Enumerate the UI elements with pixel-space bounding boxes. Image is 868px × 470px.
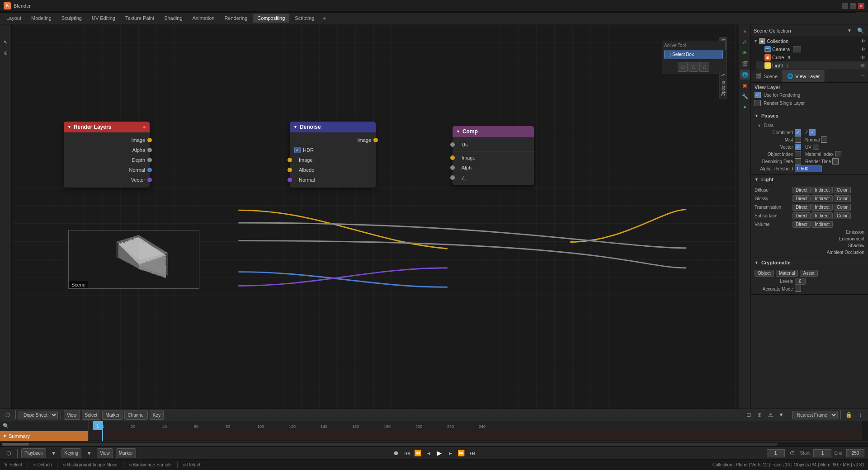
up-down-btn[interactable]: ↕ — [855, 410, 865, 420]
interpolation-select[interactable]: Nearest Frame — [792, 411, 838, 419]
next-keyframe-btn[interactable]: ▸ — [446, 449, 455, 458]
cube-visibility[interactable]: 👁 — [860, 55, 865, 60]
collapse-icon3[interactable]: ▼ — [456, 129, 460, 134]
subsurface-color-btn[interactable]: Color — [834, 212, 851, 219]
tab-sculpting[interactable]: Sculpting — [57, 14, 86, 23]
dope-select-btn[interactable]: Select — [82, 410, 101, 420]
outliner-item-collection[interactable]: ▼ ■ Collection 👁 — [751, 37, 868, 45]
volume-indirect-btn[interactable]: Indirect — [811, 221, 833, 228]
playback-arrow-btn[interactable]: ▼ — [49, 448, 59, 458]
filter-icon3[interactable]: ⚠ — [765, 410, 775, 420]
prev-frame-btn[interactable]: ⏪ — [413, 449, 422, 458]
tool-select-icon[interactable]: ↖ — [1, 37, 11, 47]
render-icon-world[interactable]: 🌐 — [740, 70, 750, 80]
outliner-item-light[interactable]: ☀ Light ↑ 👁 — [756, 61, 868, 70]
pb-view-btn[interactable]: View — [97, 448, 113, 458]
record-btn[interactable]: ⏺ — [392, 449, 401, 458]
diffuse-indirect-btn[interactable]: Indirect — [811, 187, 833, 193]
socket-output-image[interactable] — [147, 138, 152, 142]
summary-label[interactable]: ▼ Summary — [0, 431, 88, 441]
collapse-icon[interactable]: ▼ — [67, 125, 71, 129]
socket-denoise-output[interactable] — [373, 138, 378, 142]
glossy-color-btn[interactable]: Color — [834, 195, 851, 202]
collection-visibility[interactable]: 👁 — [860, 38, 865, 44]
socket-denoise-in-albedo[interactable] — [288, 168, 292, 172]
accurate-mode-check[interactable] — [795, 286, 801, 292]
filter-btn-dropdown[interactable]: ▼ — [776, 410, 786, 420]
select-box-btn[interactable]: ⬚ Select Box — [664, 50, 723, 59]
mist-check[interactable] — [795, 136, 801, 143]
collapse-icon2[interactable]: ▼ — [293, 125, 297, 129]
socket-output-depth[interactable] — [147, 158, 152, 162]
timeline-scrollbar-h[interactable] — [0, 441, 868, 446]
timeline-scrollbar-v[interactable] — [862, 421, 868, 441]
z-check[interactable]: ✓ — [809, 129, 816, 136]
render-icon-view[interactable]: 👁 — [740, 48, 750, 58]
socket-output-vector[interactable] — [147, 178, 152, 182]
expand-btn[interactable]: ↔ — [858, 70, 868, 80]
filter-btn[interactable]: ▼ — [844, 26, 854, 36]
diffuse-direct-btn[interactable]: Direct — [793, 187, 811, 193]
frame-icon-btn[interactable]: ⏱ — [788, 448, 797, 458]
glossy-direct-btn[interactable]: Direct — [793, 195, 811, 202]
node-denoise[interactable]: ▼ Denoise Image ✓ HD — [290, 122, 376, 188]
light-header[interactable]: ▼ Light — [751, 175, 868, 184]
uv-check[interactable] — [813, 144, 819, 150]
glossy-indirect-btn[interactable]: Indirect — [811, 195, 833, 202]
tool-cursor-icon[interactable]: ⊕ — [1, 48, 11, 58]
minimize-btn[interactable]: ─ — [842, 3, 848, 9]
node-editor[interactable]: Active Tool ⬚ Select Box ⬡ ⬡ ⬡ — [12, 24, 739, 409]
jump-start-btn[interactable]: ⏮ — [402, 449, 411, 458]
search-outliner-btn[interactable]: 🔍 — [855, 26, 865, 36]
tab-animation[interactable]: Animation — [188, 14, 219, 23]
render-icon-camera[interactable]: ● — [740, 26, 750, 36]
icon-grid-btn-3[interactable]: ⬡ — [699, 62, 709, 72]
editor-type-pb-btn[interactable]: ⬡ — [4, 448, 14, 458]
pb-marker-btn[interactable]: Marker — [116, 448, 136, 458]
outliner-item-camera[interactable]: 📷 Camera 👁 — [756, 45, 868, 53]
node-composite[interactable]: ▼ Comp Us Image — [453, 126, 534, 185]
play-btn[interactable]: ▶ — [435, 449, 444, 458]
tab-rendering[interactable]: Rendering — [220, 14, 252, 23]
outliner-item-cube[interactable]: ▣ Cube ⬆ 👁 — [756, 53, 868, 61]
dope-view-btn[interactable]: View — [64, 410, 80, 420]
close-btn[interactable]: ✕ — [858, 3, 864, 9]
socket-comp-z[interactable] — [450, 175, 455, 180]
snap-btn[interactable]: 🔒 — [844, 410, 854, 420]
dope-key-btn[interactable]: Key — [150, 410, 164, 420]
cryptomatte-header[interactable]: ▼ Cryptomatte — [751, 258, 868, 267]
diffuse-color-btn[interactable]: Color — [834, 187, 851, 193]
start-frame-input[interactable] — [813, 449, 831, 457]
filter-icon1[interactable]: ⊡ — [744, 410, 754, 420]
crypto-material-btn[interactable]: Material — [776, 270, 798, 277]
transmission-indirect-btn[interactable]: Indirect — [811, 204, 833, 211]
vector-check[interactable]: ✓ — [795, 144, 801, 150]
restore-btn[interactable]: □ — [850, 3, 856, 9]
prev-keyframe-btn[interactable]: ◂ — [424, 449, 433, 458]
camera-visibility[interactable]: 👁 — [860, 47, 865, 52]
socket-output-normal[interactable] — [147, 168, 152, 172]
tab-view-layer[interactable]: 🌐 View Layer — [783, 70, 825, 82]
tab-shading[interactable]: Shading — [160, 14, 187, 23]
timeline-track[interactable]: 1 20 40 60 80 100 120 140 160 180 200 22… — [89, 421, 862, 441]
scrollbar-thumb[interactable] — [2, 443, 29, 446]
socket-comp-alph[interactable] — [450, 165, 455, 170]
material-index-check[interactable] — [835, 151, 841, 157]
node-render-layers[interactable]: ▼ Render Layers ● Image Alpha — [64, 122, 150, 188]
crypto-asset-btn[interactable]: Asset — [800, 270, 817, 277]
denoising-check[interactable] — [795, 158, 801, 164]
dope-marker-btn[interactable]: Marker — [102, 410, 123, 420]
subsurface-direct-btn[interactable]: Direct — [793, 212, 811, 219]
transmission-color-btn[interactable]: Color — [834, 204, 851, 211]
n-tab-options[interactable]: Options — [719, 79, 727, 99]
normal-check[interactable] — [821, 136, 827, 143]
object-index-check[interactable] — [795, 151, 801, 157]
next-frame-btn[interactable]: ⏩ — [457, 449, 466, 458]
socket-denoise-in-normal[interactable] — [288, 178, 292, 182]
tab-scene[interactable]: 🎬 Scene — [751, 70, 783, 82]
subsurface-indirect-btn[interactable]: Indirect — [811, 212, 833, 219]
dope-editor-type-btn[interactable]: ⬡ — [3, 410, 13, 420]
render-time-check[interactable] — [832, 158, 839, 164]
tab-modeling[interactable]: Modeling — [27, 14, 56, 23]
tab-compositing[interactable]: Compositing — [253, 14, 289, 23]
